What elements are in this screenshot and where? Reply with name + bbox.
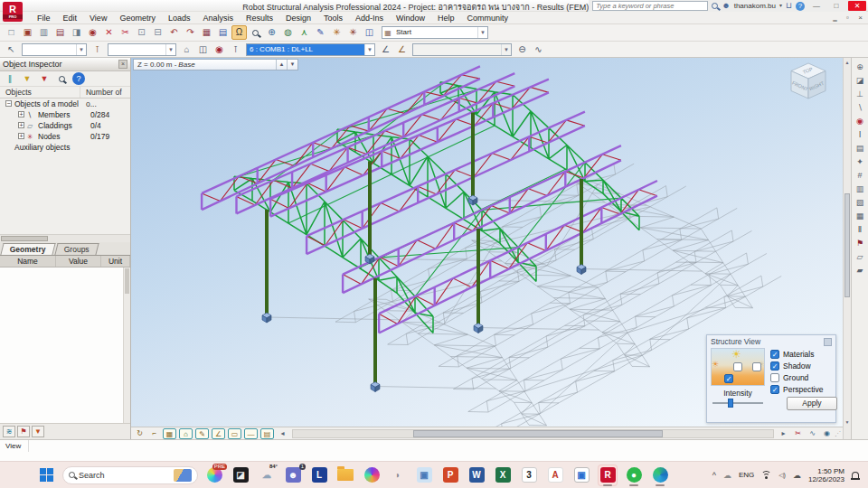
chevron-down-icon[interactable]: ▼ (477, 27, 487, 38)
number-display-icon[interactable]: ▦ (163, 428, 176, 439)
intensity-thumb[interactable] (728, 399, 733, 408)
profile-tool-icon[interactable]: Ⅱ (853, 223, 867, 237)
redo-icon[interactable]: ↷ (183, 25, 198, 40)
filter-icon[interactable]: ▼ (21, 72, 33, 85)
viewport-vscrollbar[interactable]: ▲ ▼ (843, 58, 851, 439)
numbers-123-icon[interactable]: ▤ (260, 428, 274, 439)
maximize-button[interactable]: □ (828, 1, 844, 11)
dynamic-view-icon[interactable]: ∿ (806, 428, 819, 439)
node-marks-icon[interactable]: ⌐ (147, 428, 161, 439)
menu-results[interactable]: Results (240, 12, 279, 24)
scroll-left-icon[interactable]: ◂ (276, 428, 289, 439)
explorer-app[interactable] (335, 465, 355, 486)
user-icon[interactable]: ☻ (722, 1, 730, 11)
sun-mid-checkbox[interactable] (733, 362, 742, 371)
print-preview-icon[interactable]: ◨ (69, 25, 84, 40)
cut-icon[interactable]: ✂ (118, 25, 133, 40)
minimize-button[interactable]: — (808, 1, 825, 11)
walls-tool-icon[interactable]: ▥ (853, 183, 867, 196)
preferences-wrench-icon[interactable]: ✳ (345, 25, 361, 40)
nodes-tool-icon[interactable]: ⊕ (853, 61, 867, 74)
clip-scissors-icon[interactable]: ✂ (791, 428, 805, 439)
vscroll-thumb[interactable] (125, 268, 129, 294)
tree-row-auxiliary-objects[interactable]: Auxiliary objects (0, 142, 130, 153)
value-column-header[interactable]: Value (56, 256, 101, 267)
inspector-hscrollbar[interactable] (0, 234, 130, 242)
zoom-icon[interactable] (248, 25, 263, 40)
close-button[interactable]: ✕ (848, 1, 866, 11)
axes-3d-icon[interactable]: ⋏ (297, 25, 312, 40)
undo-icon[interactable]: ↶ (166, 25, 182, 40)
views-list-icon[interactable]: ≋ (3, 426, 15, 437)
count-column-header[interactable]: Number of o... (80, 87, 130, 98)
start-button[interactable] (36, 465, 56, 486)
load-case-combo[interactable]: 6 : COMB1 : DL+LL ▼ (246, 43, 375, 56)
mdi-restore-icon[interactable]: ▫ (843, 12, 853, 23)
help-icon[interactable]: ? (72, 72, 85, 85)
help-icon[interactable]: ? (796, 2, 805, 11)
member-selection-combo[interactable]: ▼ (108, 43, 176, 56)
notification-bell-icon[interactable] (852, 472, 859, 479)
open-icon[interactable]: ▣ (20, 25, 35, 40)
display-colors-icon[interactable]: ✳ (329, 25, 344, 40)
option-perspective-checkbox[interactable]: ✓Perspective (770, 383, 837, 395)
menu-design[interactable]: Design (279, 12, 317, 24)
apply-button[interactable]: Apply (787, 397, 837, 410)
node-select-icon[interactable]: ⊺ (90, 42, 105, 57)
onedrive-icon[interactable]: ☁ (723, 471, 731, 480)
sun-position-widget[interactable]: ☀ ☀ ☀ ✓ (711, 348, 765, 386)
mode-ellipse-icon[interactable]: ⊖ (514, 42, 530, 57)
thickness-tool-icon[interactable]: ▤ (853, 142, 867, 155)
load-values-icon[interactable]: ∠ (394, 42, 410, 57)
view-saved-red-icon[interactable]: ◉ (212, 42, 227, 57)
paste-icon[interactable]: ⊟ (150, 25, 165, 40)
menu-community[interactable]: Community (461, 12, 515, 24)
menu-help[interactable]: Help (431, 12, 461, 24)
language-indicator[interactable]: ENG (739, 471, 754, 479)
tree-row-nodes[interactable]: +✳Nodes0/179 (0, 131, 130, 142)
search-icon[interactable] (55, 72, 68, 85)
menu-tools[interactable]: Tools (317, 12, 349, 24)
level-selector[interactable]: Z = 0.00 m - Base ▲ ▼ (133, 59, 298, 70)
screen-capture-icon[interactable]: ◉ (85, 25, 100, 40)
sun-low-icon[interactable]: ☀ (712, 360, 719, 369)
mdi-minimize-icon[interactable]: ‗ (830, 12, 840, 23)
line-app[interactable]: ● (624, 465, 644, 486)
menu-view[interactable]: View (83, 12, 113, 24)
view-globe-icon[interactable]: ◍ (280, 25, 296, 40)
tree-expander-icon[interactable]: + (18, 133, 24, 139)
hscroll-thumb[interactable] (413, 430, 663, 437)
supports-tool-icon[interactable]: ⊥ (853, 88, 867, 101)
search-icon[interactable] (712, 3, 718, 9)
snip-app[interactable]: ◗ (388, 465, 408, 486)
render-lamp-icon[interactable]: ⌂ (179, 428, 193, 439)
wifi-icon[interactable] (761, 471, 771, 479)
level-up-icon[interactable]: ▲ (276, 60, 287, 70)
results-table-icon[interactable]: ▤ (215, 25, 231, 40)
tree-row-members[interactable]: +∖Members0/284 (0, 109, 130, 120)
layout-screens-icon[interactable]: ◫ (362, 25, 377, 40)
scroll-down-icon[interactable]: ▼ (844, 419, 851, 425)
excel-app[interactable]: X (493, 465, 513, 486)
robot-app[interactable]: R (598, 465, 618, 486)
menu-edit[interactable]: Edit (57, 12, 84, 24)
model-viewport[interactable]: Z = 0.00 m - Base ▲ ▼ TOP FRONT RIGHT St… (131, 58, 843, 439)
releases-tool-icon[interactable]: ✦ (853, 155, 867, 169)
menu-analysis[interactable]: Analysis (196, 12, 240, 24)
chevron-down-icon[interactable]: ▼ (364, 44, 374, 55)
chevron-down-icon[interactable]: ▼ (76, 44, 86, 55)
node-selection-combo[interactable]: ▼ (22, 43, 87, 56)
frame-app[interactable]: ▣ (571, 465, 591, 486)
unit-column-header[interactable]: Unit (101, 256, 130, 267)
menu-file[interactable]: File (31, 12, 57, 24)
plate-tool-icon[interactable]: ▱ (853, 250, 867, 264)
copy-icon[interactable]: ⊡ (134, 25, 149, 40)
sections-tool-icon[interactable]: Ⅰ (853, 128, 867, 142)
teams-app[interactable]: ☻1 (283, 465, 303, 486)
vscroll-thumb[interactable] (844, 193, 850, 297)
mdi-close-icon[interactable]: × (855, 12, 865, 23)
view-cube[interactable]: TOP FRONT RIGHT (784, 61, 833, 104)
search-box[interactable]: Search (62, 466, 198, 484)
dark-app[interactable]: ◪ (231, 465, 250, 486)
axis-display-icon[interactable]: ― (244, 428, 258, 439)
